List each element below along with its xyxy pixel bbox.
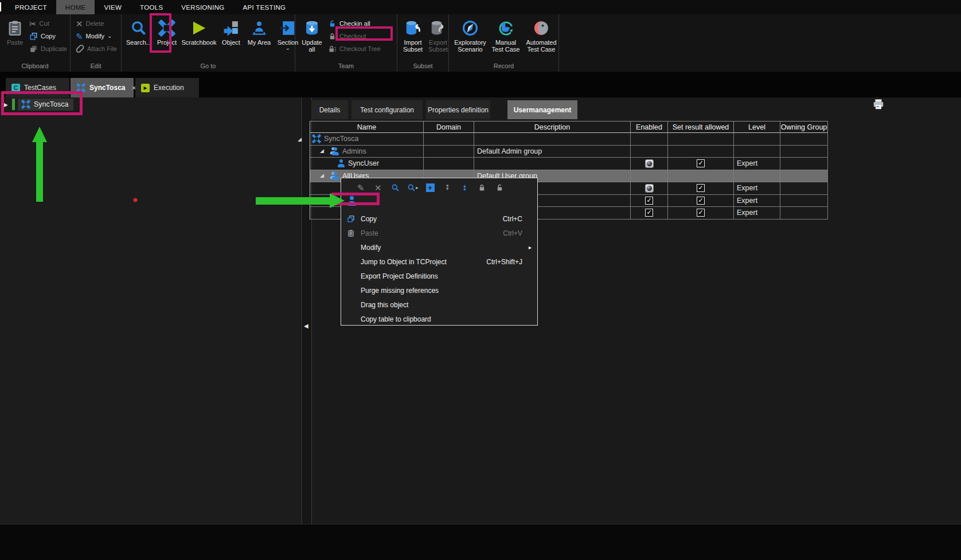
enabled-checkbox[interactable] (645, 159, 654, 168)
cut-button[interactable]: ✂Cut (28, 17, 69, 30)
set-result-checkbox[interactable] (697, 159, 705, 167)
pencil-icon: ✎ (76, 32, 83, 41)
my-area-icon (251, 17, 268, 39)
modify-button[interactable]: ✎Modify⌄ (74, 30, 119, 42)
expander-collapsed-icon[interactable]: ▶ (3, 101, 9, 108)
table-cell-description (474, 133, 631, 146)
menu-project[interactable]: PROJECT (6, 0, 56, 14)
print-button[interactable] (870, 97, 886, 112)
column-header-owning-group[interactable]: Owning Group (780, 122, 828, 133)
menu-item-purge-missing-references[interactable]: Purge missing references (341, 283, 537, 297)
enabled-checkbox[interactable] (645, 184, 654, 193)
expand-all-icon[interactable] (424, 183, 436, 192)
table-cell-enabled (631, 158, 668, 170)
delete-button[interactable]: ✕Delete (74, 17, 119, 30)
group-label-clipboard: Clipboard (0, 62, 70, 72)
submenu-arrow-icon: ▸ (529, 244, 532, 250)
column-header-set-result-allowed[interactable]: Set result allowed (668, 122, 734, 133)
table-cell-level: Expert (734, 158, 780, 170)
create-user-icon[interactable] (347, 196, 357, 206)
copy-icon (29, 32, 38, 41)
tab-details[interactable]: Details (311, 100, 348, 119)
update-all-button[interactable]: Update all (299, 16, 325, 53)
delete-x-icon[interactable]: ✕ (372, 183, 384, 192)
search-button[interactable]: Search... (125, 16, 153, 46)
menu-home[interactable]: HOME (56, 0, 95, 14)
column-header-level[interactable]: Level (734, 122, 780, 133)
paste-button[interactable]: Paste (3, 16, 26, 46)
menu-item-copy[interactable]: Copy Ctrl+C (341, 212, 537, 226)
set-result-checkbox[interactable] (697, 197, 705, 205)
tab-test-configuration[interactable]: Test configuration (351, 100, 423, 119)
table-cell-enabled (631, 182, 668, 195)
lock-icon[interactable] (476, 183, 488, 192)
ribbon-group-edit: ✕Delete ✎Modify⌄ Attach File Edit (71, 14, 122, 72)
edit-icon[interactable]: ✎ (355, 183, 366, 192)
expander-expanded-icon[interactable] (320, 173, 326, 178)
execution-folder-icon: ▶ (141, 84, 150, 92)
tree-item-synctosca[interactable]: ▶ SyncTosca (3, 98, 73, 111)
scratchbook-button[interactable]: Scratchbook (181, 16, 217, 46)
enabled-checkbox[interactable] (645, 209, 653, 217)
import-subset-button[interactable]: Import Subset (401, 16, 425, 53)
checkin-all-button[interactable]: Checkin all (326, 17, 394, 30)
testcases-folder-icon: C (11, 84, 20, 92)
manual-test-case-button[interactable]: Manual Test Case (489, 16, 522, 53)
tab-testcases[interactable]: C TestCases (6, 78, 69, 97)
table-cell-owning-group (780, 195, 828, 207)
menu-api-testing[interactable]: API TESTING (234, 0, 295, 14)
menu-item-jump-to-object[interactable]: Jump to Object in TCProject Ctrl+Shift+J (341, 254, 537, 269)
tab-properties-definition[interactable]: Properties definition (426, 100, 490, 119)
automation-parrot-icon (533, 17, 550, 39)
menu-view[interactable]: VIEW (95, 0, 131, 14)
paste-icon (6, 17, 24, 39)
duplicate-button[interactable]: Duplicate (28, 42, 69, 55)
menu-versioning[interactable]: VERSIONING (172, 0, 233, 14)
table-row-name[interactable]: SyncTosca (310, 133, 424, 146)
attach-file-button[interactable]: Attach File (74, 42, 119, 55)
tosca-project-icon (76, 83, 85, 92)
tab-usermanagement[interactable]: Usermanagement (507, 100, 577, 119)
expand-up-icon[interactable] (459, 185, 471, 191)
checkout-tree-button[interactable]: Checkout Tree (326, 42, 394, 55)
group-label-subset: Subset (397, 62, 448, 72)
menu-item-export-project-definitions[interactable]: Export Project Definitions (341, 269, 537, 283)
checkout-button[interactable]: Checkout (326, 30, 394, 42)
set-result-checkbox[interactable] (697, 184, 705, 192)
project-button[interactable]: Project (154, 16, 180, 46)
tab-execution[interactable]: ▶ Execution (135, 78, 199, 97)
enabled-checkbox[interactable] (645, 197, 653, 205)
collapse-all-icon[interactable] (442, 185, 453, 191)
automated-test-case-button[interactable]: Automated Test Case (524, 16, 559, 53)
tab-synctosca[interactable]: SyncTosca ✕ (71, 78, 134, 97)
my-area-button[interactable]: My Area (245, 16, 273, 46)
search-icon[interactable] (390, 183, 401, 192)
expander-expanded-icon[interactable] (320, 148, 326, 154)
column-header-description[interactable]: Description (474, 122, 631, 133)
context-menu-items: Copy Ctrl+C Paste Ctrl+V Modify ▸ Jump t… (341, 212, 537, 326)
menu-item-copy-table-to-clipboard[interactable]: Copy table to clipboard (341, 312, 537, 326)
menu-item-drag-this-object[interactable]: Drag this object (341, 297, 537, 312)
copy-button[interactable]: Copy (28, 30, 69, 42)
unlock-icon[interactable] (494, 183, 505, 192)
splitter-collapse-handle[interactable]: ◀ (304, 323, 308, 329)
object-button[interactable]: Object (218, 16, 244, 46)
table-cell-set-result (668, 133, 734, 146)
set-result-checkbox[interactable] (697, 209, 705, 217)
menu-tools[interactable]: TOOLS (131, 0, 172, 14)
expander-expanded-icon[interactable] (298, 137, 304, 142)
column-header-domain[interactable]: Domain (424, 122, 474, 133)
section-icon (279, 17, 296, 39)
exploratory-scenario-button[interactable]: Exploratory Scenario (452, 16, 488, 53)
table-cell-enabled (631, 195, 668, 207)
table-row-name[interactable]: Admins (310, 146, 424, 158)
table-row-name[interactable]: SyncUser (310, 158, 424, 170)
column-header-name[interactable]: Name (310, 122, 424, 133)
export-subset-button[interactable]: Export Subset (426, 16, 450, 53)
menu-item-paste[interactable]: Paste Ctrl+V (341, 226, 537, 240)
context-menu-toolbar: ✎ ✕ ▸ (355, 181, 505, 194)
menu-item-modify[interactable]: Modify ▸ (341, 240, 537, 254)
table-cell-set-result (668, 195, 734, 207)
column-header-enabled[interactable]: Enabled (631, 122, 668, 133)
search-advanced-icon[interactable]: ▸ (407, 183, 419, 192)
